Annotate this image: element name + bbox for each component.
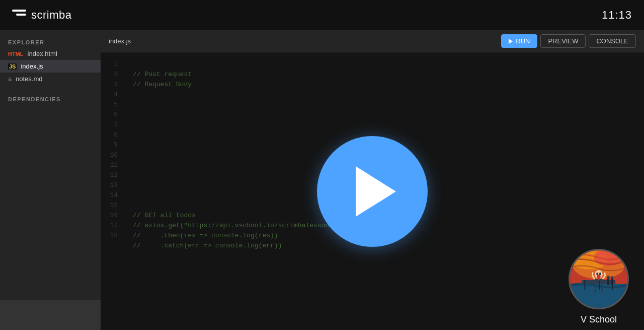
- console-button[interactable]: CONSOLE: [589, 34, 636, 48]
- svg-rect-13: [607, 278, 609, 285]
- sidebar: EXPLORER HTML index.html JS index.js ≡ n…: [0, 30, 101, 330]
- sidebar-item-notes-md[interactable]: ≡ notes.md: [0, 73, 101, 85]
- logo-text: scrimba: [31, 9, 72, 22]
- md-icon: ≡: [8, 76, 12, 83]
- play-triangle-icon: [356, 166, 396, 217]
- code-editor: 12345 678910 1112131415 161718 // Post r…: [101, 52, 644, 330]
- svg-rect-15: [611, 279, 613, 285]
- svg-rect-7: [599, 280, 600, 290]
- vschool-avatar-image: [570, 249, 627, 309]
- editor-area: index.js RUN PREVIEW CONSOLE 12345 67891…: [101, 30, 644, 330]
- preview-button[interactable]: PREVIEW: [540, 34, 586, 48]
- topbar: scrimba 11:13: [0, 0, 644, 30]
- run-label: RUN: [516, 37, 530, 45]
- scrimba-logo-icon: [12, 10, 26, 21]
- vschool-avatar: [569, 249, 629, 309]
- active-file-tab: index.js: [109, 37, 131, 45]
- sidebar-item-index-js[interactable]: JS index.js: [0, 60, 101, 73]
- clock: 11:13: [602, 9, 632, 22]
- play-button[interactable]: [317, 136, 428, 247]
- toolbar-buttons: RUN PREVIEW CONSOLE: [501, 34, 636, 48]
- file-name-md: notes.md: [16, 75, 42, 83]
- svg-point-14: [607, 276, 610, 279]
- file-name-html: index.html: [28, 50, 57, 57]
- logo-area: scrimba: [12, 9, 72, 22]
- file-name-js: index.js: [21, 62, 43, 70]
- vschool-name: V School: [581, 314, 617, 325]
- play-overlay: [101, 52, 644, 330]
- explorer-title: EXPLORER: [0, 36, 101, 47]
- js-icon: JS: [8, 63, 17, 70]
- main-layout: EXPLORER HTML index.html JS index.js ≡ n…: [0, 30, 644, 330]
- run-button[interactable]: RUN: [501, 34, 537, 48]
- dependencies-title: DEPENDENCIES: [0, 93, 101, 104]
- editor-toolbar: index.js RUN PREVIEW CONSOLE: [101, 30, 644, 52]
- html-icon: HTML: [8, 51, 24, 57]
- sidebar-item-index-html[interactable]: HTML index.html: [0, 47, 101, 60]
- svg-point-16: [611, 276, 614, 279]
- run-triangle-icon: [509, 39, 513, 44]
- vschool-card: V School: [569, 249, 629, 325]
- sidebar-bottom-strip: [0, 300, 101, 330]
- svg-point-12: [597, 275, 601, 280]
- svg-rect-6: [585, 280, 586, 290]
